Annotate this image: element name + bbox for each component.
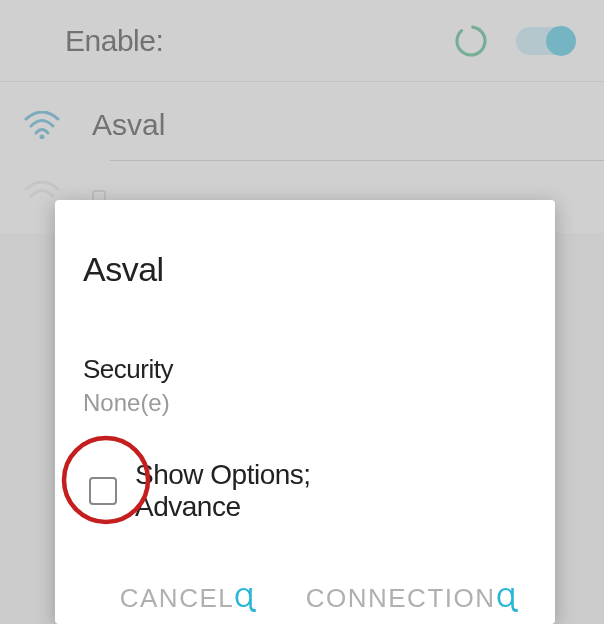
security-label: Security — [83, 354, 527, 385]
show-advanced-checkbox[interactable] — [89, 477, 117, 505]
security-field: Security None(e) — [83, 354, 527, 417]
show-advanced-label: Show Options;Advance — [135, 459, 311, 523]
wifi-connect-dialog: Asval Security None(e) Show Options;Adva… — [55, 200, 555, 624]
connection-button[interactable]: CONNECTIONɊ — [306, 583, 517, 614]
cancel-button[interactable]: CANCELɊ — [120, 583, 256, 614]
dialog-actions: CANCELɊ CONNECTIONɊ — [83, 583, 527, 614]
security-value: None(e) — [83, 389, 527, 417]
dialog-title: Asval — [83, 250, 527, 289]
show-advanced-row[interactable]: Show Options;Advance — [83, 459, 527, 523]
